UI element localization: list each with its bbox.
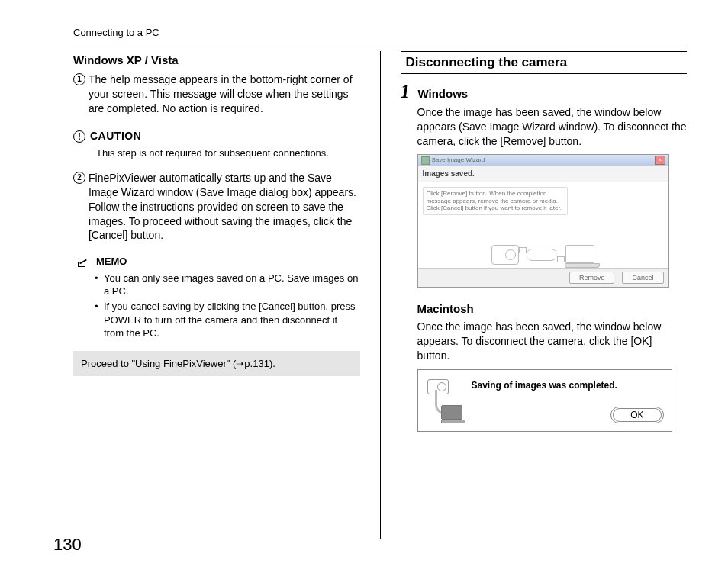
- os-heading: Windows XP / Vista: [73, 53, 360, 68]
- memo-item: If you cancel saving by clicking the [Ca…: [95, 300, 360, 340]
- close-icon[interactable]: ×: [655, 156, 665, 165]
- mac-message: Saving of images was completed.: [472, 379, 664, 391]
- dialog-titlebar: Save Image Wizard ×: [418, 155, 668, 166]
- left-column: Windows XP / Vista 1 The help message ap…: [73, 51, 381, 539]
- dialog-footer: Remove Cancel: [418, 268, 668, 287]
- page-number: 130: [53, 533, 82, 556]
- ok-button-outline: OK: [610, 407, 663, 423]
- ok-button[interactable]: OK: [613, 408, 661, 422]
- mac-button-row: OK: [472, 407, 664, 423]
- caution-heading-row: ! CAUTION: [73, 129, 360, 143]
- section-title: Disconnecting the camera: [401, 51, 688, 75]
- memo-label: MEMO: [96, 255, 127, 269]
- manual-page: Connecting to a PC Windows XP / Vista 1 …: [0, 0, 728, 576]
- camera-icon: [491, 245, 519, 265]
- memo-pencil-icon: [78, 256, 90, 267]
- step-1: 1 The help message appears in the bottom…: [73, 72, 360, 116]
- cable-icon: [527, 249, 557, 261]
- laptop-icon: [565, 245, 595, 265]
- macintosh-body: Once the image has been saved, the windo…: [417, 320, 688, 363]
- macintosh-heading: Macintosh: [417, 301, 688, 317]
- mac-dialog-right: Saving of images was completed. OK: [472, 378, 664, 423]
- page-header: Connecting to a PC: [73, 26, 687, 43]
- caution-label: CAUTION: [90, 129, 141, 143]
- memo-heading-row: MEMO: [78, 255, 360, 269]
- caution-icon: !: [73, 130, 85, 143]
- mac-dialog: Saving of images was completed. OK: [417, 369, 672, 432]
- cancel-button[interactable]: Cancel: [622, 272, 663, 284]
- laptop-icon: [441, 405, 462, 423]
- memo-item: You can only see images saved on a PC. S…: [95, 272, 360, 298]
- caution-text: This step is not required for subsequent…: [96, 146, 360, 160]
- two-column-layout: Windows XP / Vista 1 The help message ap…: [73, 51, 687, 539]
- transfer-icon: [426, 378, 462, 423]
- step-row: 1 Windows: [401, 82, 688, 101]
- step-2-text: FinePixViewer automatically starts up an…: [89, 171, 360, 243]
- dialog-status: Images saved.: [418, 166, 668, 182]
- dialog-body: Click [Remove] button. When the completi…: [418, 182, 668, 268]
- mac-graphic-col: [426, 378, 462, 423]
- proceed-box: Proceed to "Using FinePixViewer" (➝p.131…: [73, 351, 360, 377]
- windows-heading: Windows: [418, 86, 469, 101]
- dialog-instructions: Click [Remove] button. When the completi…: [423, 187, 568, 215]
- dialog-title-text: Save Image Wizard: [432, 156, 485, 165]
- step-number: 1: [401, 82, 411, 101]
- circled-number-icon: 1: [73, 73, 85, 85]
- step-2: 2 FinePixViewer automatically starts up …: [73, 171, 360, 243]
- circled-number-icon: 2: [73, 172, 85, 184]
- remove-button[interactable]: Remove: [569, 272, 615, 284]
- memo-list: You can only see images saved on a PC. S…: [95, 272, 360, 340]
- right-column: Disconnecting the camera 1 Windows Once …: [381, 51, 688, 539]
- dialog-title: Save Image Wizard: [421, 156, 485, 165]
- connection-graphic: [418, 245, 668, 265]
- save-image-wizard-window: Save Image Wizard × Images saved. Click …: [417, 154, 669, 288]
- app-icon: [421, 156, 430, 165]
- step-1-text: The help message appears in the bottom-r…: [89, 72, 360, 116]
- windows-body: Once the image has been saved, the windo…: [417, 105, 688, 149]
